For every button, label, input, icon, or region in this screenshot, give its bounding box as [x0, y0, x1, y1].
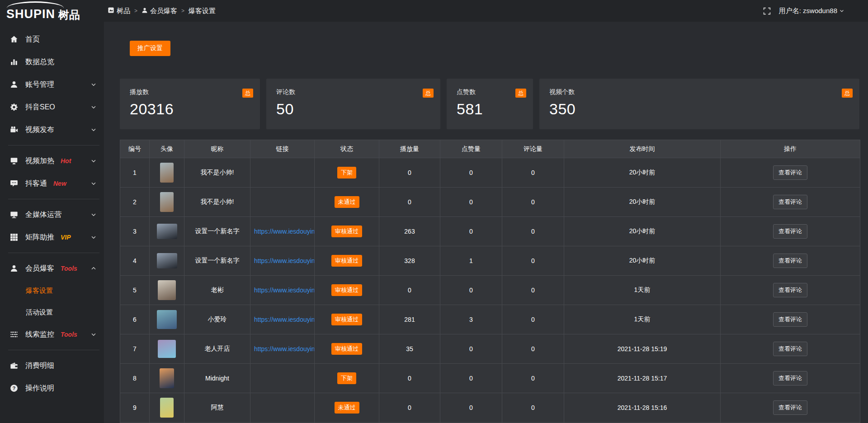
sidebar-subitem-baoke-settings[interactable]: 爆客设置 — [0, 280, 104, 301]
video-link[interactable]: https://www.iesdouyin.c — [254, 345, 315, 352]
video-link[interactable]: https://www.iesdouyin.c — [254, 228, 315, 235]
view-comments-button[interactable]: 查看评论 — [773, 224, 807, 239]
cell-action: 查看评论 — [721, 188, 860, 217]
sidebar-subitem-activity-settings[interactable]: 活动设置 — [0, 301, 104, 323]
cell-link: https://www.iesdouyin.c — [250, 246, 315, 276]
cell-comments: 0 — [502, 276, 564, 305]
cell-comments: 0 — [502, 305, 564, 334]
sidebar-item-video-publish[interactable]: 视频发布 — [0, 118, 104, 141]
total-badge: 总 — [423, 89, 434, 98]
sidebar-item-video-heat[interactable]: 视频加热Hot — [0, 150, 104, 172]
cell-comments: 0 — [502, 158, 564, 188]
fullscreen-icon[interactable] — [763, 7, 771, 15]
breadcrumb-item-shupin[interactable]: 树品 — [108, 7, 130, 15]
table-row: 8Midnight下架0002021-11-28 15:17查看评论 — [120, 364, 860, 393]
cell-comments: 0 — [502, 188, 564, 217]
sidebar-item-matrix-boost[interactable]: 矩阵助推VIP — [0, 226, 104, 249]
view-comments-button[interactable]: 查看评论 — [773, 371, 807, 385]
stats-row: 播放数20316总评论数50总点赞数581总视频个数350总 — [120, 79, 860, 129]
logo[interactable]: SHUPIN 树品 — [0, 0, 104, 22]
avatar — [158, 280, 176, 300]
stat-label: 视频个数 — [549, 88, 852, 96]
video-link[interactable]: https://www.iesdouyin.c — [254, 287, 315, 294]
cell-status: 下架 — [315, 158, 379, 188]
svg-text:?: ? — [13, 385, 16, 391]
view-comments-button[interactable]: 查看评论 — [773, 165, 807, 180]
cell-link — [250, 188, 315, 217]
sidebar-item-home[interactable]: 首页 — [0, 28, 104, 51]
sidebar-item-data-overview[interactable]: 数据总览 — [0, 51, 104, 73]
sidebar-item-douyin-seo[interactable]: 抖音SEO — [0, 96, 104, 118]
sidebar-item-label: 视频加热 — [25, 156, 54, 166]
status-badge: 审核通过 — [331, 284, 362, 296]
cell-avatar — [150, 334, 184, 364]
breadcrumb-item-baoke-settings[interactable]: 爆客设置 — [189, 7, 216, 15]
table-row: 3设置一个新名字https://www.iesdouyin.c审核通过26300… — [120, 217, 860, 246]
stat-label: 评论数 — [276, 88, 433, 96]
view-comments-button[interactable]: 查看评论 — [773, 342, 807, 356]
video-link[interactable]: https://www.iesdouyin.c — [254, 257, 315, 264]
sidebar-item-operation-guide[interactable]: ?操作说明 — [0, 377, 104, 400]
sidebar-item-expense-detail[interactable]: 消费明细 — [0, 354, 104, 377]
sidebar-item-clue-monitor[interactable]: 线索监控Tools — [0, 323, 104, 346]
view-comments-button[interactable]: 查看评论 — [773, 400, 807, 415]
grid-icon — [10, 233, 18, 241]
view-comments-button[interactable]: 查看评论 — [773, 254, 807, 268]
topbar: 树品 > 会员爆客 > 爆客设置 用户名: zswodun88 — [104, 0, 868, 22]
cell-status: 审核通过 — [315, 246, 379, 276]
cell-time: 1天前 — [564, 305, 721, 334]
cell-likes: 0 — [440, 158, 502, 188]
sidebar-item-douketong[interactable]: 抖客通New — [0, 172, 104, 195]
column-header: 链接 — [250, 140, 315, 158]
cell-avatar — [150, 393, 184, 423]
cell-nickname: 老彬 — [184, 276, 250, 305]
cell-comments: 0 — [502, 246, 564, 276]
stat-value: 50 — [276, 100, 433, 118]
stat-card: 点赞数581总 — [447, 79, 533, 129]
promo-settings-button[interactable]: 推广设置 — [130, 41, 170, 56]
cell-avatar — [150, 364, 184, 393]
stat-card: 播放数20316总 — [120, 79, 260, 129]
column-header: 昵称 — [184, 140, 250, 158]
app-window: SHUPIN 树品 首页数据总览账号管理抖音SEO视频发布视频加热Hot抖客通N… — [0, 0, 868, 423]
monitor-icon — [10, 211, 18, 219]
column-header: 评论量 — [502, 140, 564, 158]
table-row: 1我不是小帅!下架00020小时前查看评论 — [120, 158, 860, 188]
topbar-right: 用户名: zswodun88 — [763, 7, 844, 15]
user-icon — [142, 7, 148, 15]
stat-value: 581 — [457, 100, 526, 118]
breadcrumb-label: 树品 — [117, 7, 130, 15]
avatar — [160, 368, 174, 388]
sidebar-item-label: 视频发布 — [25, 125, 54, 135]
cell-id: 2 — [120, 188, 150, 217]
view-comments-button[interactable]: 查看评论 — [773, 312, 807, 327]
logo-text-en: SHUPIN — [6, 8, 55, 20]
sidebar-item-tag: Tools — [61, 265, 77, 272]
breadcrumb-item-member-baoke[interactable]: 会员爆客 — [142, 7, 177, 15]
cell-time: 1天前 — [564, 276, 721, 305]
sidebar-item-label: 线索监控 — [25, 330, 54, 339]
cell-id: 5 — [120, 276, 150, 305]
cell-id: 7 — [120, 334, 150, 364]
view-comments-button[interactable]: 查看评论 — [773, 195, 807, 209]
cell-nickname: 设置一个新名字 — [184, 217, 250, 246]
cell-likes: 0 — [440, 276, 502, 305]
view-comments-button[interactable]: 查看评论 — [773, 283, 807, 297]
chat-icon — [10, 179, 18, 188]
cell-comments: 0 — [502, 334, 564, 364]
video-link[interactable]: https://www.iesdouyin.c — [254, 316, 315, 323]
cell-plays: 0 — [379, 364, 440, 393]
cell-likes: 0 — [440, 217, 502, 246]
sidebar-item-label: 会员爆客 — [25, 264, 54, 273]
sidebar-item-member-baoke[interactable]: 会员爆客Tools — [0, 257, 104, 280]
table-row: 4设置一个新名字https://www.iesdouyin.c审核通过32810… — [120, 246, 860, 276]
status-badge: 审核通过 — [331, 226, 362, 237]
status-badge: 下架 — [337, 372, 356, 384]
cell-plays: 328 — [379, 246, 440, 276]
user-menu[interactable]: 用户名: zswodun88 — [779, 7, 844, 15]
sidebar-menu: 首页数据总览账号管理抖音SEO视频发布视频加热Hot抖客通New全媒体运营矩阵助… — [0, 22, 104, 400]
sidebar-item-media-operation[interactable]: 全媒体运营 — [0, 203, 104, 226]
sidebar-item-account-management[interactable]: 账号管理 — [0, 73, 104, 96]
cell-nickname: 老人开店 — [184, 334, 250, 364]
cell-link: https://www.iesdouyin.c — [250, 217, 315, 246]
